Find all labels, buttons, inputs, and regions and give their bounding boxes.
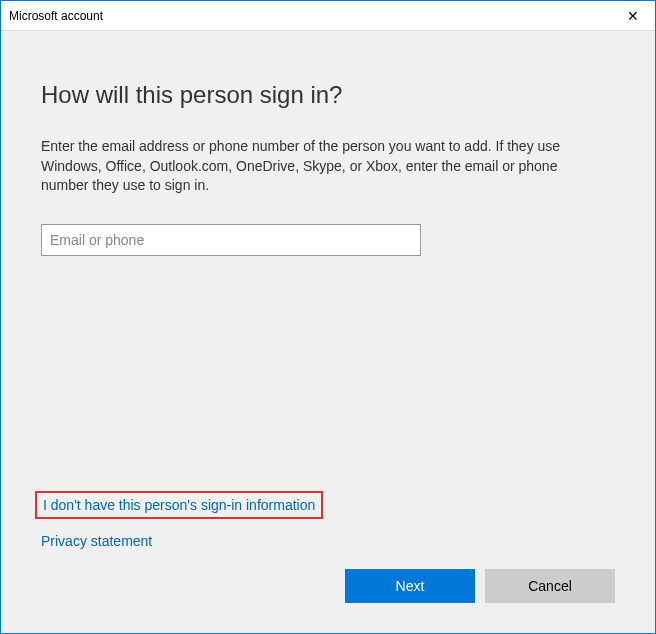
- cancel-button[interactable]: Cancel: [485, 569, 615, 603]
- titlebar: Microsoft account ✕: [1, 1, 655, 31]
- links-section: I don't have this person's sign-in infor…: [41, 491, 615, 549]
- spacer: [41, 256, 615, 491]
- email-or-phone-input[interactable]: [41, 224, 421, 256]
- privacy-statement-link[interactable]: Privacy statement: [41, 533, 615, 549]
- page-heading: How will this person sign in?: [41, 81, 615, 109]
- next-button[interactable]: Next: [345, 569, 475, 603]
- window-title: Microsoft account: [9, 9, 103, 23]
- dialog-content: How will this person sign in? Enter the …: [1, 31, 655, 633]
- no-signin-info-link[interactable]: I don't have this person's sign-in infor…: [35, 491, 323, 519]
- button-row: Next Cancel: [41, 569, 615, 613]
- dialog-window: Microsoft account ✕ How will this person…: [0, 0, 656, 634]
- close-button[interactable]: ✕: [610, 1, 655, 31]
- close-icon: ✕: [627, 8, 639, 24]
- description-text: Enter the email address or phone number …: [41, 137, 601, 196]
